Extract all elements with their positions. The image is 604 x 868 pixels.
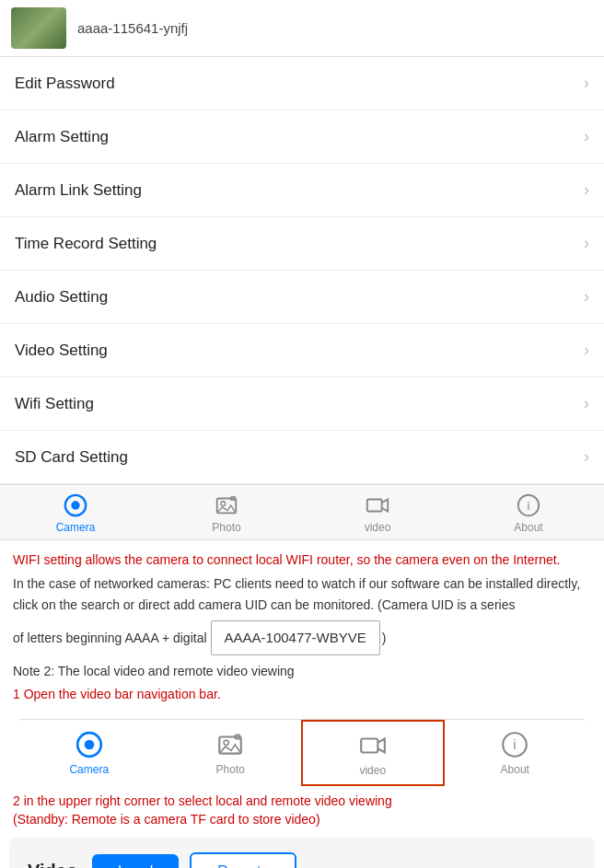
tab-video[interactable]: video bbox=[302, 485, 453, 539]
menu-item-label: Edit Password bbox=[15, 75, 115, 93]
network-info-line: In the case of networked cameras: PC cli… bbox=[13, 573, 591, 615]
svg-rect-5 bbox=[367, 499, 382, 511]
tab2-about[interactable]: i About bbox=[445, 720, 587, 786]
menu-list: Edit Password › Alarm Setting › Alarm Li… bbox=[0, 57, 604, 484]
uid-display: AAAA-100477-WBYVE bbox=[211, 620, 380, 655]
menu-item-wifi-setting[interactable]: Wifi Setting › bbox=[0, 377, 604, 431]
svg-rect-13 bbox=[361, 738, 378, 752]
tab2-about-label: About bbox=[501, 763, 529, 776]
note2-red-line1: 2 in the upper right corner to select lo… bbox=[0, 792, 604, 810]
chevron-icon: › bbox=[584, 287, 589, 307]
about-tab-icon: i bbox=[516, 492, 541, 518]
chevron-icon: › bbox=[584, 234, 589, 253]
menu-item-label: Alarm Setting bbox=[15, 128, 109, 146]
menu-item-edit-password[interactable]: Edit Password › bbox=[0, 57, 604, 110]
uid-prefix-text: of letters beginning AAAA + digital bbox=[13, 628, 207, 648]
note2-red-line2: (Standby: Remote is a camera TF card to … bbox=[0, 810, 604, 832]
camera2-tab-icon bbox=[75, 730, 104, 759]
svg-point-11 bbox=[224, 740, 228, 745]
video-tab-icon bbox=[365, 492, 390, 518]
menu-item-alarm-link-setting[interactable]: Alarm Link Setting › bbox=[0, 164, 604, 217]
open-nav-red: 1 Open the video bar navigation bar. bbox=[13, 684, 591, 704]
photo-tab-icon bbox=[214, 492, 239, 518]
uid-suffix: ) bbox=[382, 628, 387, 648]
tab-about-label: About bbox=[514, 521, 542, 534]
chevron-icon: › bbox=[584, 74, 589, 93]
video-section-label: Video bbox=[28, 861, 77, 868]
menu-item-label: Alarm Link Setting bbox=[15, 181, 142, 200]
tab-about[interactable]: i About bbox=[453, 485, 604, 539]
tab2-camera-label: Camera bbox=[69, 763, 109, 776]
chevron-icon: › bbox=[584, 180, 589, 200]
video-button-area: Video Local Remote bbox=[9, 838, 595, 868]
menu-item-label: Time Record Setting bbox=[15, 235, 157, 253]
note2-line: Note 2: The local video and remote video… bbox=[13, 661, 591, 681]
menu-item-label: SD Card Setting bbox=[15, 448, 128, 467]
tab-camera-label: Camera bbox=[56, 521, 96, 534]
tab2-video-label: video bbox=[359, 764, 386, 777]
svg-point-3 bbox=[221, 502, 226, 506]
menu-item-video-setting[interactable]: Video Setting › bbox=[0, 324, 604, 377]
photo2-tab-icon bbox=[215, 730, 245, 759]
tab2-camera[interactable]: Camera bbox=[18, 720, 160, 786]
about2-tab-icon: i bbox=[500, 730, 529, 759]
menu-item-time-record-setting[interactable]: Time Record Setting › bbox=[0, 217, 604, 271]
chevron-icon: › bbox=[584, 127, 589, 146]
tab-bar-2-wrapper: Camera Photo video bbox=[0, 719, 604, 786]
svg-point-1 bbox=[71, 501, 79, 509]
device-name: aaaa-115641-ynjfj bbox=[77, 20, 188, 36]
tab2-photo[interactable]: Photo bbox=[160, 720, 302, 786]
tab-bar-2: Camera Photo video bbox=[18, 719, 586, 786]
svg-text:i: i bbox=[528, 499, 530, 513]
chevron-icon: › bbox=[584, 394, 589, 413]
menu-item-label: Wifi Setting bbox=[15, 395, 94, 413]
tab2-video[interactable]: video bbox=[301, 720, 445, 786]
menu-item-alarm-setting[interactable]: Alarm Setting › bbox=[0, 110, 604, 164]
device-header: aaaa-115641-ynjfj bbox=[0, 0, 604, 57]
tab-photo[interactable]: Photo bbox=[151, 485, 302, 539]
tab-video-label: video bbox=[365, 521, 391, 534]
camera-tab-icon bbox=[63, 492, 88, 518]
menu-item-sd-card-setting[interactable]: SD Card Setting › bbox=[0, 431, 604, 484]
svg-point-9 bbox=[84, 740, 94, 750]
chevron-icon: › bbox=[584, 341, 589, 360]
video2-tab-icon bbox=[358, 731, 388, 760]
chevron-icon: › bbox=[584, 447, 589, 467]
tab-bar-1: Camera Photo video i About bbox=[0, 484, 604, 540]
device-thumbnail bbox=[11, 7, 66, 49]
local-button[interactable]: Local bbox=[92, 854, 179, 868]
remote-button[interactable]: Remote bbox=[190, 852, 296, 868]
tab-photo-label: Photo bbox=[212, 521, 240, 534]
menu-item-label: Audio Setting bbox=[15, 288, 108, 307]
menu-item-audio-setting[interactable]: Audio Setting › bbox=[0, 271, 604, 324]
wifi-info-red: WIFI setting allows the camera to connec… bbox=[13, 550, 591, 570]
tab-camera[interactable]: Camera bbox=[0, 485, 151, 539]
tab2-photo-label: Photo bbox=[216, 763, 245, 776]
info-section: WIFI setting allows the camera to connec… bbox=[0, 540, 604, 713]
uid-container: of letters beginning AAAA + digital AAAA… bbox=[13, 620, 591, 655]
menu-item-label: Video Setting bbox=[15, 341, 108, 360]
svg-text:i: i bbox=[514, 736, 517, 752]
